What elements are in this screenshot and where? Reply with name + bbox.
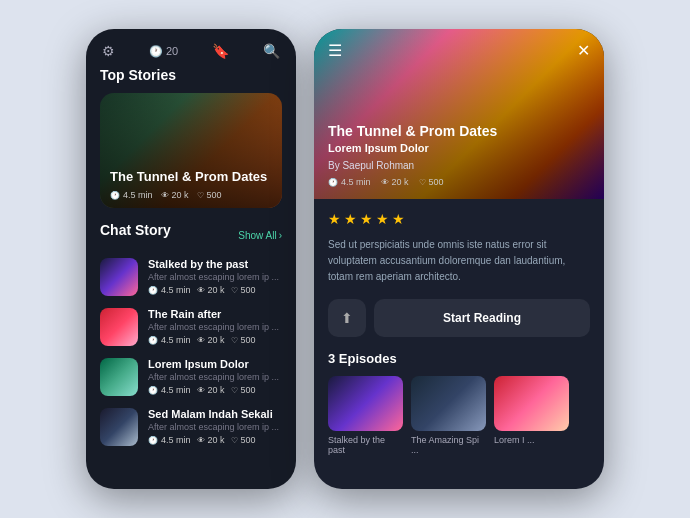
hero-time: 🕐 4.5 min xyxy=(110,190,153,200)
story-likes-3: ♡ 500 xyxy=(231,385,256,395)
story-meta-4: 🕐 4.5 min 👁 20 k ♡ 500 xyxy=(148,435,282,445)
story-item-3[interactable]: Lorem Ipsum Dolor After almost escaping … xyxy=(100,358,282,396)
episode-thumb-3 xyxy=(494,376,569,431)
story-meta-3: 🕐 4.5 min 👁 20 k ♡ 500 xyxy=(148,385,282,395)
share-icon: ⬆ xyxy=(341,310,353,326)
panel-hero-content: The Tunnel & Prom Dates Lorem Ipsum Dolo… xyxy=(328,123,590,187)
episodes-row: Stalked by the past The Amazing Spi ... … xyxy=(328,376,590,455)
notification-badge[interactable]: 🕐 20 xyxy=(149,45,178,58)
chat-story-header: Chat Story Show All › xyxy=(100,222,282,248)
story-item-4[interactable]: Sed Malam Indah Sekali After almost esca… xyxy=(100,408,282,446)
panel-author: By Saepul Rohman xyxy=(328,160,590,171)
story-desc-1: After almost escaping lorem ip ... xyxy=(148,272,282,282)
story-views-3: 👁 20 k xyxy=(197,385,225,395)
panel-views: 👁 20 k xyxy=(381,177,409,187)
story-item-1[interactable]: Stalked by the past After almost escapin… xyxy=(100,258,282,296)
story-meta-1: 🕐 4.5 min 👁 20 k ♡ 500 xyxy=(148,285,282,295)
panel-meta: 🕐 4.5 min 👁 20 k ♡ 500 xyxy=(328,177,590,187)
panel-subtitle: Lorem Ipsum Dolor xyxy=(328,142,590,154)
left-phone: ⚙ 🕐 20 🔖 🔍 Top Stories The Tunnel & Prom… xyxy=(86,29,296,489)
clock-icon: 🕐 xyxy=(110,191,120,200)
hero-likes: ♡ 500 xyxy=(197,190,222,200)
description-text: Sed ut perspiciatis unde omnis iste natu… xyxy=(328,237,590,285)
episode-label-2: The Amazing Spi ... xyxy=(411,435,486,455)
hamburger-icon[interactable]: ☰ xyxy=(328,41,342,60)
story-likes-1: ♡ 500 xyxy=(231,285,256,295)
panel-header-row: ☰ ✕ xyxy=(328,41,590,60)
story-thumb-1 xyxy=(100,258,138,296)
panel-hero: ☰ ✕ The Tunnel & Prom Dates Lorem Ipsum … xyxy=(314,29,604,199)
episode-thumb-2 xyxy=(411,376,486,431)
episode-card-3[interactable]: Lorem I ... xyxy=(494,376,569,455)
story-desc-3: After almost escaping lorem ip ... xyxy=(148,372,282,382)
search-icon[interactable]: 🔍 xyxy=(263,43,280,59)
story-title-1: Stalked by the past xyxy=(148,258,282,270)
heart-icon: ♡ xyxy=(231,336,238,345)
episode-label-3: Lorem I ... xyxy=(494,435,569,445)
heart-icon: ♡ xyxy=(419,178,426,187)
hero-meta: 🕐 4.5 min 👁 20 k ♡ 500 xyxy=(110,190,272,200)
clock-icon: 🕐 xyxy=(148,386,158,395)
eye-icon: 👁 xyxy=(197,436,205,445)
chevron-right-icon: › xyxy=(279,230,282,241)
story-info-4: Sed Malam Indah Sekali After almost esca… xyxy=(148,408,282,445)
story-views-2: 👁 20 k xyxy=(197,335,225,345)
right-panel: ☰ ✕ The Tunnel & Prom Dates Lorem Ipsum … xyxy=(314,29,604,489)
story-desc-4: After almost escaping lorem ip ... xyxy=(148,422,282,432)
story-time-4: 🕐 4.5 min xyxy=(148,435,191,445)
panel-likes: ♡ 500 xyxy=(419,177,444,187)
phone-header: ⚙ 🕐 20 🔖 🔍 xyxy=(86,29,296,67)
episode-card-2[interactable]: The Amazing Spi ... xyxy=(411,376,486,455)
hero-views: 👁 20 k xyxy=(161,190,189,200)
story-time-2: 🕐 4.5 min xyxy=(148,335,191,345)
star-rating: ★ ★ ★ ★ ★ xyxy=(328,211,590,227)
story-info-3: Lorem Ipsum Dolor After almost escaping … xyxy=(148,358,282,395)
story-info-2: The Rain after After almost escaping lor… xyxy=(148,308,282,345)
eye-icon: 👁 xyxy=(197,286,205,295)
chat-story-title: Chat Story xyxy=(100,222,171,238)
hero-card[interactable]: The Tunnel & Prom Dates 🕐 4.5 min 👁 20 k… xyxy=(100,93,282,208)
story-meta-2: 🕐 4.5 min 👁 20 k ♡ 500 xyxy=(148,335,282,345)
hero-title: The Tunnel & Prom Dates xyxy=(110,169,272,186)
clock-icon: 🕐 xyxy=(148,286,158,295)
heart-icon: ♡ xyxy=(231,286,238,295)
panel-time: 🕐 4.5 min xyxy=(328,177,371,187)
episode-thumb-1 xyxy=(328,376,403,431)
top-stories-title: Top Stories xyxy=(100,67,282,83)
story-title-4: Sed Malam Indah Sekali xyxy=(148,408,282,420)
story-time-3: 🕐 4.5 min xyxy=(148,385,191,395)
bookmark-icon[interactable]: 🔖 xyxy=(212,43,229,59)
start-reading-button[interactable]: Start Reading xyxy=(374,299,590,337)
story-time-1: 🕐 4.5 min xyxy=(148,285,191,295)
clock-icon: 🕐 xyxy=(328,178,338,187)
heart-icon: ♡ xyxy=(231,436,238,445)
story-views-1: 👁 20 k xyxy=(197,285,225,295)
heart-icon: ♡ xyxy=(197,191,204,200)
close-icon[interactable]: ✕ xyxy=(577,41,590,60)
story-likes-4: ♡ 500 xyxy=(231,435,256,445)
story-desc-2: After almost escaping lorem ip ... xyxy=(148,322,282,332)
panel-main-title: The Tunnel & Prom Dates xyxy=(328,123,590,140)
story-likes-2: ♡ 500 xyxy=(231,335,256,345)
star-4: ★ xyxy=(376,211,389,227)
story-title-3: Lorem Ipsum Dolor xyxy=(148,358,282,370)
star-2: ★ xyxy=(344,211,357,227)
show-all-button[interactable]: Show All › xyxy=(238,230,282,241)
eye-icon: 👁 xyxy=(381,178,389,187)
eye-icon: 👁 xyxy=(197,336,205,345)
phone-content: Top Stories The Tunnel & Prom Dates 🕐 4.… xyxy=(86,67,296,489)
story-info-1: Stalked by the past After almost escapin… xyxy=(148,258,282,295)
episode-label-1: Stalked by the past xyxy=(328,435,403,455)
star-1: ★ xyxy=(328,211,341,227)
episodes-title: 3 Episodes xyxy=(328,351,590,366)
episode-card-1[interactable]: Stalked by the past xyxy=(328,376,403,455)
action-row: ⬆ Start Reading xyxy=(328,299,590,337)
story-thumb-2 xyxy=(100,308,138,346)
story-title-2: The Rain after xyxy=(148,308,282,320)
story-views-4: 👁 20 k xyxy=(197,435,225,445)
gear-icon[interactable]: ⚙ xyxy=(102,43,115,59)
star-5: ★ xyxy=(392,211,405,227)
story-item-2[interactable]: The Rain after After almost escaping lor… xyxy=(100,308,282,346)
share-button[interactable]: ⬆ xyxy=(328,299,366,337)
story-thumb-3 xyxy=(100,358,138,396)
